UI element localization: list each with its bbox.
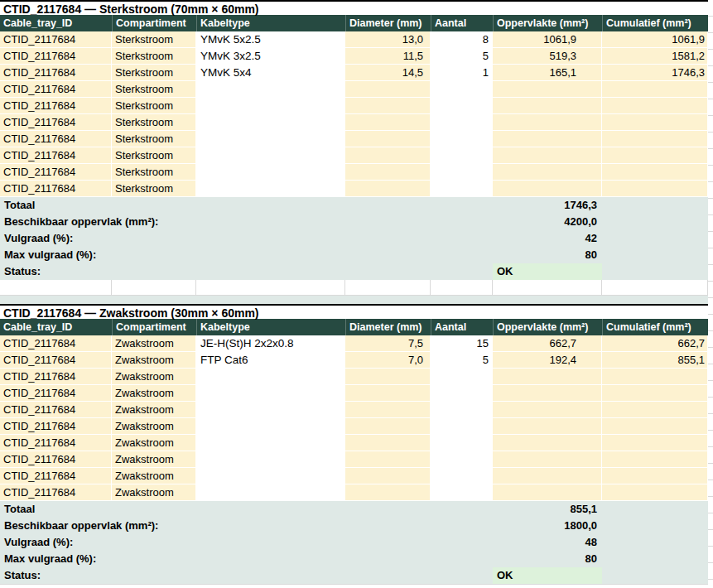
cell-kabeltype[interactable] — [196, 164, 345, 181]
cell-diameter[interactable] — [345, 418, 431, 435]
cell-cumulatief[interactable]: 1061,9 — [602, 31, 708, 48]
cell-cable-tray-id[interactable]: CTID_2117684 — [0, 65, 112, 81]
cell-oppervlakte[interactable] — [493, 131, 602, 147]
cell-oppervlakte[interactable] — [493, 181, 602, 197]
cell-aantal[interactable] — [431, 147, 493, 164]
cell-oppervlakte[interactable] — [493, 114, 602, 131]
summary-value[interactable]: 80 — [493, 247, 602, 263]
cell-aantal[interactable] — [431, 164, 493, 181]
column-header-cable-tray-id[interactable]: Cable_tray_ID — [0, 15, 112, 31]
cell-oppervlakte[interactable]: 1061,9 — [493, 31, 602, 48]
cell-diameter[interactable] — [345, 435, 431, 451]
cell-cumulatief[interactable] — [602, 98, 708, 114]
column-header-compartiment[interactable]: Compartiment — [112, 319, 196, 335]
summary-label[interactable]: Vulgraad (%): — [0, 230, 493, 247]
cell-cable-tray-id[interactable]: CTID_2117684 — [0, 48, 112, 65]
cell-compartiment[interactable]: Sterkstroom — [112, 98, 196, 114]
cell-compartiment[interactable]: Sterkstroom — [112, 81, 196, 98]
cell-aantal[interactable]: 15 — [431, 335, 493, 352]
cell-aantal[interactable] — [431, 385, 493, 402]
cell-cumulatief[interactable] — [602, 114, 708, 131]
cell-aantal[interactable] — [431, 435, 493, 451]
summary-value[interactable]: 1746,3 — [493, 197, 602, 214]
cell-diameter[interactable]: 7,5 — [345, 335, 431, 352]
cell-aantal[interactable]: 1 — [431, 65, 493, 81]
cell-aantal[interactable] — [431, 98, 493, 114]
cell-cable-tray-id[interactable]: CTID_2117684 — [0, 418, 112, 435]
cell-diameter[interactable] — [345, 385, 431, 402]
empty-cell[interactable] — [0, 280, 112, 295]
cell-kabeltype[interactable] — [196, 435, 345, 451]
column-header-cumulatief[interactable]: Cumulatief (mm²) — [602, 15, 708, 31]
cell-aantal[interactable] — [431, 81, 493, 98]
column-header-kabeltype[interactable]: Kabeltype — [196, 15, 345, 31]
cell-compartiment[interactable]: Zwakstroom — [112, 451, 196, 468]
summary-value[interactable]: 855,1 — [493, 501, 602, 518]
cell-diameter[interactable]: 13,0 — [345, 31, 431, 48]
summary-value[interactable]: 42 — [493, 230, 602, 247]
summary-value[interactable]: 48 — [493, 534, 602, 551]
cell-diameter[interactable] — [345, 451, 431, 468]
summary-label[interactable]: Status: — [0, 567, 493, 584]
cell-kabeltype[interactable]: JE-H(St)H 2x2x0.8 — [196, 335, 345, 352]
cell-aantal[interactable] — [431, 484, 493, 501]
summary-value[interactable]: 1800,0 — [493, 518, 602, 534]
cell-compartiment[interactable]: Sterkstroom — [112, 48, 196, 65]
cell-cable-tray-id[interactable]: CTID_2117684 — [0, 98, 112, 114]
cell-cumulatief[interactable] — [602, 484, 708, 501]
status-badge[interactable]: OK — [493, 263, 602, 280]
empty-cell[interactable] — [196, 280, 345, 295]
empty-cell[interactable] — [602, 280, 708, 295]
cell-cumulatief[interactable]: 855,1 — [602, 352, 708, 369]
summary-label[interactable]: Totaal — [0, 501, 493, 518]
cell-aantal[interactable] — [431, 114, 493, 131]
cell-diameter[interactable]: 11,5 — [345, 48, 431, 65]
cell-oppervlakte[interactable] — [493, 418, 602, 435]
cell-diameter[interactable] — [345, 402, 431, 418]
cell-cumulatief[interactable] — [602, 402, 708, 418]
empty-cell[interactable] — [112, 280, 196, 295]
cell-cumulatief[interactable] — [602, 435, 708, 451]
cell-diameter[interactable] — [345, 81, 431, 98]
cell-cumulatief[interactable] — [602, 164, 708, 181]
cell-compartiment[interactable]: Zwakstroom — [112, 418, 196, 435]
column-header-compartiment[interactable]: Compartiment — [112, 15, 196, 31]
cell-cable-tray-id[interactable]: CTID_2117684 — [0, 147, 112, 164]
cell-kabeltype[interactable]: YMvK 3x2.5 — [196, 48, 345, 65]
column-header-oppervlakte[interactable]: Oppervlakte (mm²) — [493, 15, 602, 31]
cell-cumulatief[interactable] — [602, 81, 708, 98]
cell-kabeltype[interactable] — [196, 131, 345, 147]
cell-aantal[interactable] — [431, 402, 493, 418]
cell-cable-tray-id[interactable]: CTID_2117684 — [0, 402, 112, 418]
cell-oppervlakte[interactable] — [493, 385, 602, 402]
cell-cable-tray-id[interactable]: CTID_2117684 — [0, 164, 112, 181]
column-header-cumulatief[interactable]: Cumulatief (mm²) — [602, 319, 708, 335]
cell-diameter[interactable] — [345, 131, 431, 147]
cell-compartiment[interactable]: Zwakstroom — [112, 385, 196, 402]
cell-diameter[interactable] — [345, 98, 431, 114]
cell-compartiment[interactable]: Sterkstroom — [112, 147, 196, 164]
cell-cable-tray-id[interactable]: CTID_2117684 — [0, 335, 112, 352]
cell-aantal[interactable] — [431, 451, 493, 468]
cell-aantal[interactable] — [431, 418, 493, 435]
cell-cumulatief[interactable] — [602, 451, 708, 468]
column-header-cable-tray-id[interactable]: Cable_tray_ID — [0, 319, 112, 335]
summary-label[interactable]: Status: — [0, 263, 493, 280]
cell-oppervlakte[interactable]: 662,7 — [493, 335, 602, 352]
cell-cable-tray-id[interactable]: CTID_2117684 — [0, 352, 112, 369]
cell-cumulatief[interactable] — [602, 369, 708, 385]
cell-cumulatief[interactable] — [602, 131, 708, 147]
cell-cumulatief[interactable]: 1746,3 — [602, 65, 708, 81]
cell-kabeltype[interactable] — [196, 147, 345, 164]
cell-cable-tray-id[interactable]: CTID_2117684 — [0, 435, 112, 451]
cell-aantal[interactable] — [431, 369, 493, 385]
table-title[interactable]: CTID_2117684 — Zwakstroom (30mm × 60mm) — [0, 304, 708, 319]
cell-oppervlakte[interactable] — [493, 451, 602, 468]
cell-cumulatief[interactable]: 662,7 — [602, 335, 708, 352]
cell-cable-tray-id[interactable]: CTID_2117684 — [0, 181, 112, 197]
cell-cable-tray-id[interactable]: CTID_2117684 — [0, 31, 112, 48]
cell-compartiment[interactable]: Sterkstroom — [112, 65, 196, 81]
cell-compartiment[interactable]: Zwakstroom — [112, 352, 196, 369]
cell-oppervlakte[interactable]: 192,4 — [493, 352, 602, 369]
cell-diameter[interactable] — [345, 181, 431, 197]
